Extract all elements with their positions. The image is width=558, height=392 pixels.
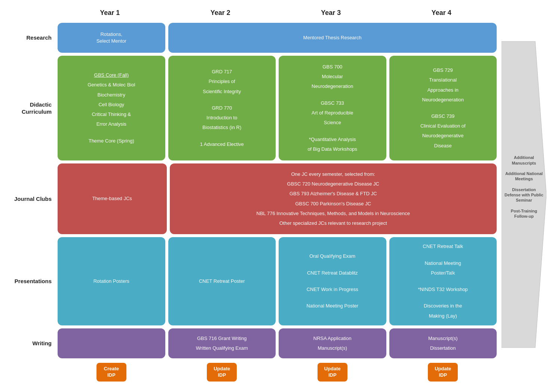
manuscript-y3: Manuscript(s) bbox=[318, 345, 347, 352]
arrow-content: Additional Manuscripts Additional Nation… bbox=[502, 147, 546, 241]
gbsc739: GBSC 739 bbox=[431, 113, 454, 120]
grd717: GRD 717 bbox=[212, 68, 232, 75]
molecular: Molecular bbox=[322, 73, 343, 80]
gbsc700: GBSC 700 Parkinson's Disease JC bbox=[295, 200, 371, 207]
gbs729: GBS 729 bbox=[433, 67, 453, 74]
gbs793: GBS 793 Alzheimer's Disease & FTD JC bbox=[289, 190, 377, 197]
col-header-year4: Year 4 bbox=[386, 7, 497, 18]
col-header-spacer bbox=[10, 7, 55, 18]
discoveries2: Making (Lay) bbox=[429, 313, 457, 319]
nat-meeting-poster-talk: National Meeting bbox=[424, 260, 461, 267]
sidebar-dissertation-defense: Dissertation Defense with Public Seminar bbox=[505, 187, 543, 203]
nat-meeting-poster: National Meeting Poster bbox=[306, 303, 358, 309]
advanced-elective: 1 Advanced Elective bbox=[200, 141, 244, 148]
col-header-year2: Year 2 bbox=[165, 7, 276, 18]
col-header-year1: Year 1 bbox=[55, 7, 165, 18]
gbsc733: GBSC 733 bbox=[321, 100, 344, 107]
didactic-year2-cell: GRD 717 Principles of Scientific Integri… bbox=[168, 56, 276, 160]
didactic-label: Didactic Curriculum bbox=[10, 56, 55, 160]
didactic-year3-cell: GBS 700 Molecular Neurodegeneration GBSC… bbox=[279, 56, 386, 160]
principles-sci: Principles of bbox=[209, 78, 235, 85]
update-idp-y3-button[interactable]: UpdateIDP bbox=[318, 363, 347, 382]
biochemistry: Biochemistry bbox=[98, 92, 125, 98]
col-header-year3: Year 3 bbox=[276, 7, 386, 18]
research-year234-cell: Mentored Thesis Research bbox=[168, 23, 497, 53]
cnet-datablitz: CNET Retreat Datablitz bbox=[307, 270, 358, 276]
art-reproducible: Art of Reproducible bbox=[312, 110, 353, 116]
sci-integrity: Scientific Integrity bbox=[203, 88, 241, 95]
didactic-year1-cell: GBS Core (Fall) Genetics & Molec Biol Bi… bbox=[58, 56, 165, 160]
written-qual: Written Qualifying Exam bbox=[196, 345, 248, 352]
research-year1-text: Rotations,Select Mentor bbox=[96, 31, 126, 45]
rotation-posters: Rotation Posters bbox=[93, 278, 129, 285]
science: Science bbox=[324, 119, 341, 126]
journal-row: Journal Clubs Theme-based JCs One JC eve… bbox=[10, 163, 497, 234]
specialized-jcs: Other specialized JCs relevant to resear… bbox=[279, 220, 387, 227]
dissertation: Dissertation bbox=[430, 345, 456, 352]
biostat-r: Biostatistics (in R) bbox=[202, 124, 241, 131]
ninds-t32: *NINDS T32 Workshop bbox=[418, 286, 468, 293]
approaches-neuro: Approaches in bbox=[427, 87, 459, 94]
grid-area: Year 1 Year 2 Year 3 Year 4 Research Rot… bbox=[10, 7, 497, 382]
neurodegeneration: Neurodegeneration bbox=[312, 83, 353, 90]
grd770: GRD 770 bbox=[212, 105, 232, 111]
oral-qual: Oral Qualifying Exam bbox=[309, 253, 355, 260]
didactic-row: Didactic Curriculum GBS Core (Fall) Gene… bbox=[10, 56, 497, 160]
journal-label: Journal Clubs bbox=[10, 163, 55, 234]
nbl776: NBL 776 Innovative Techniques, Methods, … bbox=[257, 210, 410, 217]
arrow-shape: Additional Manuscripts Additional Nation… bbox=[502, 41, 546, 348]
sidebar-additional-manuscripts: Additional Manuscripts bbox=[505, 155, 543, 166]
presentations-year1-cell: Rotation Posters bbox=[58, 237, 165, 325]
research-row: Research Rotations,Select Mentor Mentore… bbox=[10, 23, 497, 53]
gbs716: GBS 716 Grant Writing bbox=[197, 335, 247, 342]
quant-analysis: *Quantitative Analysis bbox=[309, 136, 356, 143]
gbs700: GBS 700 bbox=[322, 64, 342, 70]
translational: Translational bbox=[429, 77, 457, 83]
writing-year1-cell bbox=[58, 328, 165, 358]
critical-thinking: Critical Thinking & bbox=[92, 111, 131, 118]
cnet-retreat-talk: CNET Retreat Talk bbox=[423, 243, 463, 250]
neurodegeneration2: Neurodegeneration bbox=[422, 97, 464, 103]
big-data: of Big Data Workshops bbox=[307, 146, 357, 153]
manuscript-y4: Manuscript(s) bbox=[428, 335, 458, 342]
main-container: Year 1 Year 2 Year 3 Year 4 Research Rot… bbox=[10, 7, 548, 382]
nat-meeting-poster-talk2: Poster/Talk bbox=[431, 270, 455, 276]
update-idp-y4-button[interactable]: UpdateIDP bbox=[428, 363, 458, 382]
research-year1-cell: Rotations,Select Mentor bbox=[58, 23, 165, 53]
genetics: Genetics & Molec Biol bbox=[88, 82, 135, 88]
journal-year1-cell: Theme-based JCs bbox=[58, 163, 167, 234]
sidebar-post-training: Post-Training Follow-up bbox=[505, 208, 543, 219]
presentations-year2-cell: CNET Retreat Poster bbox=[168, 237, 276, 325]
update-idp-y2-button[interactable]: UpdateIDP bbox=[207, 363, 237, 382]
writing-year4-cell: Manuscript(s) Dissertation bbox=[389, 328, 497, 358]
sidebar-additional-national: Additional National Meetings bbox=[505, 171, 543, 182]
disease: Disease bbox=[434, 143, 452, 149]
nrsa: NRSA Application bbox=[313, 335, 352, 342]
presentations-label: Presentations bbox=[10, 237, 55, 325]
create-idp-button[interactable]: Create IDP bbox=[96, 363, 126, 382]
writing-year3-cell: NRSA Application Manuscript(s) bbox=[279, 328, 386, 358]
intro-biostat: Introduction to bbox=[206, 114, 237, 121]
journal-year234-cell: One JC every semester, selected from: GB… bbox=[170, 163, 497, 234]
presentations-year4-cell: CNET Retreat Talk National Meeting Poste… bbox=[389, 237, 497, 325]
idp-row: Create IDP UpdateIDP UpdateIDP UpdateIDP bbox=[10, 363, 497, 382]
neurodegen-disease: Neurodegenerative bbox=[422, 132, 464, 139]
didactic-year4-cell: GBS 729 Translational Approaches in Neur… bbox=[389, 56, 497, 160]
gbs-core-fall: GBS Core (Fall) bbox=[94, 72, 129, 78]
presentations-row: Presentations Rotation Posters CNET Retr… bbox=[10, 237, 497, 325]
discoveries: Discoveries in the bbox=[424, 303, 462, 309]
research-label: Research bbox=[10, 23, 55, 53]
cell-biology: Cell Biology bbox=[98, 101, 124, 108]
right-sidebar: Additional Manuscripts Additional Nation… bbox=[500, 7, 548, 382]
research-year234-text: Mentored Thesis Research bbox=[303, 34, 362, 41]
cnet-wip: CNET Work in Progress bbox=[307, 286, 358, 293]
writing-row: Writing GBS 716 Grant Writing Written Qu… bbox=[10, 328, 497, 358]
writing-label: Writing bbox=[10, 328, 55, 358]
cnet-retreat-poster: CNET Retreat Poster bbox=[199, 278, 245, 285]
theme-core: Theme Core (Spring) bbox=[89, 138, 134, 144]
presentations-year3-cell: Oral Qualifying Exam CNET Retreat Databl… bbox=[279, 237, 386, 325]
col-headers: Year 1 Year 2 Year 3 Year 4 bbox=[10, 7, 497, 18]
gbsc720: GBSC 720 Neurodegenerative Disease JC bbox=[287, 181, 379, 187]
theme-based-jc: Theme-based JCs bbox=[92, 195, 132, 202]
clinical-eval: Clinical Evaluation of bbox=[420, 123, 466, 129]
